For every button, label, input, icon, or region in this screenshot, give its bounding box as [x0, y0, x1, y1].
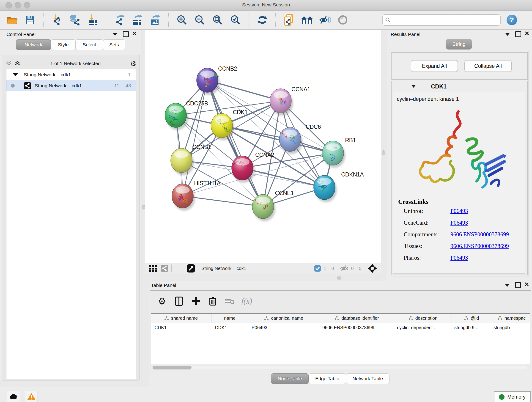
- network-graph[interactable]: CCNB2CCNA1CDC25BCDK1CDC6RB1CCNB1CCNA2CDK…: [145, 30, 381, 263]
- grid-view-icon[interactable]: [149, 264, 157, 273]
- table-settings-button[interactable]: ⚙: [153, 294, 171, 308]
- tab-style[interactable]: Style: [51, 39, 76, 50]
- clone-network-button[interactable]: [280, 13, 298, 27]
- table-hscrollbar-track[interactable]: [152, 366, 527, 370]
- refresh-layout-button[interactable]: [253, 13, 271, 27]
- column-header-namespac[interactable]: namespac: [491, 313, 532, 323]
- node-CCNA2[interactable]: [232, 156, 253, 180]
- selected-checkbox-icon[interactable]: [314, 265, 321, 272]
- entry-collapse-icon[interactable]: [412, 85, 416, 88]
- column-header-shared-name[interactable]: shared name: [151, 313, 211, 323]
- network-row[interactable]: String Network – cdk1 11 48: [6, 80, 136, 91]
- tab-network[interactable]: Network: [16, 39, 51, 50]
- node-CDC6[interactable]: [279, 127, 301, 152]
- save-session-button[interactable]: [21, 13, 39, 27]
- node-RB1[interactable]: [322, 141, 344, 165]
- table-hscrollbar-thumb[interactable]: [152, 366, 191, 370]
- birds-eye-view-icon[interactable]: [186, 264, 196, 273]
- import-network-file-button[interactable]: [48, 13, 66, 27]
- add-column-button[interactable]: [187, 294, 204, 308]
- tab-edge-table[interactable]: Edge Table: [309, 373, 346, 384]
- table-cell[interactable]: cyclin–dependent ...: [393, 323, 451, 332]
- export-network-button[interactable]: [110, 13, 128, 27]
- zoom-in-button[interactable]: [173, 13, 191, 27]
- tab-network-table[interactable]: Network Table: [346, 373, 390, 384]
- column-header-database-identifier[interactable]: database identifier: [319, 313, 394, 323]
- zoom-selected-button[interactable]: [227, 13, 244, 27]
- column-header-description[interactable]: description: [394, 313, 452, 323]
- crosslink-link[interactable]: P06493: [450, 208, 468, 220]
- warnings-button[interactable]: [25, 391, 38, 402]
- detail-orb-button[interactable]: [334, 13, 352, 27]
- collapse-all-icon[interactable]: [5, 60, 12, 67]
- export-table-button[interactable]: [128, 13, 146, 27]
- network-options-gear-icon[interactable]: ⚙: [130, 60, 136, 68]
- network-canvas[interactable]: CCNB2CCNA1CDC25BCDK1CDC6RB1CCNB1CCNA2CDK…: [145, 30, 381, 263]
- import-table-button[interactable]: [84, 13, 101, 27]
- left-splitter-handle[interactable]: [142, 205, 145, 210]
- node-CDC25B[interactable]: [165, 103, 186, 128]
- table-row[interactable]: CDK1CDK1P064939606.ENSP00000378699cyclin…: [151, 323, 530, 332]
- column-header-name[interactable]: name: [211, 313, 248, 323]
- node-CCNE1[interactable]: [252, 194, 274, 219]
- right-splitter-handle[interactable]: [382, 150, 385, 155]
- table-cell[interactable]: CDK1: [211, 323, 248, 332]
- table-panel-menu-icon[interactable]: [505, 284, 510, 287]
- control-panel-menu-icon[interactable]: [113, 33, 117, 36]
- tab-node-table[interactable]: Node Table: [271, 373, 309, 384]
- table-cell[interactable]: CDK1: [151, 323, 211, 332]
- crosslink-link[interactable]: 9606.ENSP00000378699: [450, 231, 509, 243]
- network-collection-row[interactable]: String Network – cdk1 1: [6, 69, 136, 80]
- results-panel-menu-icon[interactable]: [505, 33, 510, 36]
- node-CCNB1[interactable]: [171, 148, 192, 172]
- collection-expand-icon[interactable]: [13, 73, 18, 76]
- expand-all-button[interactable]: Expand All: [411, 60, 458, 72]
- edge-CCNB2-HIST1H1A[interactable]: [183, 80, 207, 196]
- table-cell[interactable]: 9606.ENSP00000378699: [319, 323, 393, 332]
- collapse-all-button[interactable]: Collapse All: [464, 60, 512, 72]
- table-cell[interactable]: stringdb:9...: [451, 323, 490, 332]
- table-cell[interactable]: stringdb: [490, 323, 531, 332]
- delete-column-button[interactable]: [204, 294, 221, 308]
- open-session-button[interactable]: [3, 13, 21, 27]
- table-panel-close-icon[interactable]: ✕: [524, 282, 529, 287]
- column-header-canonical-name[interactable]: canonical name: [248, 313, 319, 323]
- tab-string[interactable]: String: [446, 39, 472, 50]
- fit-crosshair-icon[interactable]: [367, 264, 378, 273]
- export-image-button[interactable]: [146, 13, 164, 27]
- home-button[interactable]: [298, 13, 316, 27]
- results-panel-float-icon[interactable]: [515, 31, 521, 37]
- node-CDKN1A[interactable]: [314, 175, 335, 200]
- delete-table-button[interactable]: [221, 294, 238, 308]
- bottom-splitter-handle[interactable]: [337, 276, 341, 280]
- function-builder-button[interactable]: f(x): [238, 294, 255, 308]
- table-panel-float-icon[interactable]: [515, 282, 521, 288]
- crosslink-link[interactable]: P06493: [450, 255, 468, 266]
- hide-graphics-details-button[interactable]: [316, 13, 334, 27]
- tab-sets[interactable]: Sets: [103, 39, 125, 50]
- node-label-CCNA1: CCNA1: [291, 86, 310, 92]
- control-panel-float-icon[interactable]: [123, 31, 129, 37]
- cloud-status-button[interactable]: [7, 391, 20, 402]
- show-columns-button[interactable]: [171, 294, 187, 308]
- search-input[interactable]: [393, 17, 498, 23]
- network-share-icon[interactable]: [160, 264, 169, 273]
- crosslink-link[interactable]: P06493: [450, 220, 468, 231]
- edge-CCNB2-CCNE1[interactable]: [207, 80, 263, 206]
- control-panel-close-icon[interactable]: ✕: [132, 31, 137, 36]
- zoom-fit-button[interactable]: [209, 13, 227, 27]
- help-button[interactable]: ?: [507, 15, 517, 25]
- search-box[interactable]: [382, 14, 500, 26]
- table-cell[interactable]: P06493: [248, 323, 319, 332]
- results-panel-close-icon[interactable]: ✕: [525, 31, 530, 36]
- node-CCNA1[interactable]: [270, 89, 291, 113]
- memory-button[interactable]: Memory: [494, 391, 531, 402]
- expand-all-icon[interactable]: [14, 60, 21, 67]
- node-HIST1H1A[interactable]: [172, 184, 193, 208]
- import-network-database-button[interactable]: [66, 13, 84, 27]
- column-header--id[interactable]: @id: [452, 313, 491, 323]
- zoom-out-button[interactable]: [191, 13, 209, 27]
- control-panel-title: Control Panel: [6, 32, 36, 37]
- tab-select[interactable]: Select: [76, 39, 103, 50]
- crosslink-link[interactable]: 9606.ENSP00000378699: [450, 243, 509, 255]
